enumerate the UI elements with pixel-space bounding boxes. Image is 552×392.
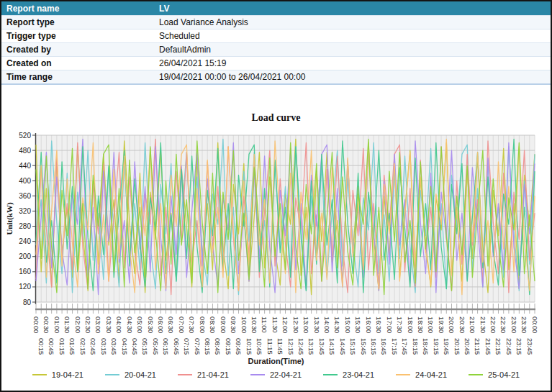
table-row: Report type Load Variance Analysis	[1, 15, 551, 29]
svg-text:10:45: 10:45	[255, 338, 263, 355]
svg-text:16:45: 16:45	[380, 338, 387, 355]
svg-text:440: 440	[19, 162, 31, 170]
svg-text:14:45: 14:45	[339, 338, 346, 355]
svg-text:23:00: 23:00	[510, 316, 517, 333]
legend-line-swatch	[323, 374, 338, 375]
svg-text:05:45: 05:45	[152, 338, 159, 355]
svg-text:02:45: 02:45	[89, 338, 96, 355]
svg-text:08:30: 08:30	[209, 316, 216, 333]
svg-text:03:45: 03:45	[110, 338, 117, 355]
svg-text:120: 120	[19, 283, 31, 291]
svg-text:10:15: 10:15	[245, 338, 253, 355]
svg-text:320: 320	[19, 207, 31, 215]
svg-text:20:00: 20:00	[448, 316, 455, 333]
svg-text:21:00: 21:00	[469, 316, 476, 333]
svg-text:06:30: 06:30	[167, 316, 174, 333]
svg-text:18:45: 18:45	[422, 338, 429, 355]
svg-text:00:30: 00:30	[42, 316, 50, 333]
chart-legend: 19-04-21 20-04-21 21-04-21 22-04-21 23-0…	[1, 370, 551, 379]
load-curve-chart: 80120160200240280320360400440480520Unit(…	[1, 127, 552, 360]
svg-text:09:15: 09:15	[225, 338, 232, 355]
svg-text:08:00: 08:00	[199, 316, 206, 333]
svg-text:04:00: 04:00	[115, 316, 122, 333]
svg-text:520: 520	[19, 132, 31, 140]
row-label: Created by	[1, 45, 159, 55]
svg-text:08:45: 08:45	[214, 338, 221, 355]
table-row: Created on 26/04/2021 15:19	[1, 56, 551, 70]
svg-text:14:15: 14:15	[328, 338, 335, 355]
svg-text:14:00: 14:00	[323, 316, 330, 333]
legend-label: 21-04-21	[197, 370, 229, 379]
row-value: Load Variance Analysis	[159, 17, 248, 27]
row-label: Report type	[1, 17, 159, 27]
svg-text:00:00: 00:00	[32, 316, 40, 333]
svg-text:19:30: 19:30	[438, 316, 445, 333]
legend-label: 20-04-21	[125, 370, 156, 379]
table-row: Created by DefaultAdmin	[1, 42, 551, 56]
svg-text:15:45: 15:45	[360, 338, 367, 355]
svg-text:21:15: 21:15	[474, 338, 481, 355]
svg-text:18:15: 18:15	[412, 338, 419, 355]
svg-text:10:30: 10:30	[250, 316, 258, 333]
svg-text:06:45: 06:45	[173, 338, 180, 355]
svg-text:09:45: 09:45	[235, 338, 242, 355]
svg-text:23:45: 23:45	[526, 338, 533, 355]
svg-text:13:00: 13:00	[302, 316, 309, 333]
svg-text:280: 280	[19, 222, 31, 230]
legend-line-swatch	[250, 374, 265, 375]
legend-item: 22-04-21	[250, 370, 302, 379]
svg-text:17:00: 17:00	[386, 316, 393, 333]
legend-label: 25-04-21	[488, 370, 520, 379]
svg-text:09:30: 09:30	[230, 316, 237, 333]
svg-text:02:30: 02:30	[84, 316, 91, 333]
svg-text:11:00: 11:00	[261, 316, 268, 333]
svg-text:00:00: 00:00	[531, 316, 538, 333]
legend-line-swatch	[105, 374, 119, 375]
svg-text:80: 80	[23, 298, 32, 306]
svg-text:04:15: 04:15	[121, 338, 128, 355]
y-axis-title: Unit(kW)	[5, 202, 14, 235]
row-label: Created on	[1, 58, 159, 68]
legend-label: 23-04-21	[343, 370, 374, 379]
row-label: Trigger type	[1, 31, 159, 41]
svg-text:400: 400	[19, 177, 31, 185]
svg-text:06:00: 06:00	[157, 316, 164, 333]
row-value: 26/04/2021 15:19	[159, 58, 226, 68]
row-value: DefaultAdmin	[159, 45, 211, 55]
svg-text:360: 360	[19, 192, 31, 200]
row-label: Report name	[1, 4, 159, 14]
row-value: LV	[159, 4, 169, 14]
svg-text:22:15: 22:15	[494, 338, 502, 355]
svg-text:07:00: 07:00	[178, 316, 185, 333]
table-row: Time range 19/04/2021 00:00 to 26/04/202…	[1, 70, 551, 83]
x-axis: 00:0000:1500:3000:4501:0001:1501:3001:45…	[32, 304, 538, 355]
svg-text:17:30: 17:30	[396, 316, 403, 333]
report-table-header: Report name LV	[1, 1, 551, 15]
svg-text:12:00: 12:00	[281, 316, 289, 333]
svg-text:03:15: 03:15	[100, 338, 107, 355]
legend-item: 24-04-21	[396, 370, 447, 379]
svg-text:17:45: 17:45	[401, 338, 408, 355]
svg-text:10:00: 10:00	[240, 316, 248, 333]
legend-label: 19-04-21	[52, 370, 83, 379]
svg-text:12:45: 12:45	[297, 338, 304, 355]
legend-item: 21-04-21	[178, 370, 229, 379]
svg-text:200: 200	[19, 252, 31, 260]
svg-text:11:30: 11:30	[271, 316, 279, 333]
legend-line-swatch	[178, 374, 192, 375]
svg-text:22:30: 22:30	[499, 316, 507, 333]
legend-label: 22-04-21	[270, 370, 302, 379]
svg-text:15:00: 15:00	[344, 316, 351, 333]
chart-title: Load curve	[1, 112, 551, 124]
svg-text:19:15: 19:15	[433, 338, 440, 355]
svg-text:16:00: 16:00	[365, 316, 372, 333]
svg-text:23:15: 23:15	[515, 338, 522, 355]
svg-text:12:30: 12:30	[292, 316, 299, 333]
svg-text:02:00: 02:00	[74, 316, 81, 333]
svg-text:05:00: 05:00	[136, 316, 143, 333]
svg-text:07:15: 07:15	[183, 338, 190, 355]
svg-text:14:30: 14:30	[333, 316, 340, 333]
legend-item: 19-04-21	[32, 370, 83, 379]
legend-item: 20-04-21	[105, 370, 156, 379]
svg-text:18:00: 18:00	[407, 316, 414, 333]
